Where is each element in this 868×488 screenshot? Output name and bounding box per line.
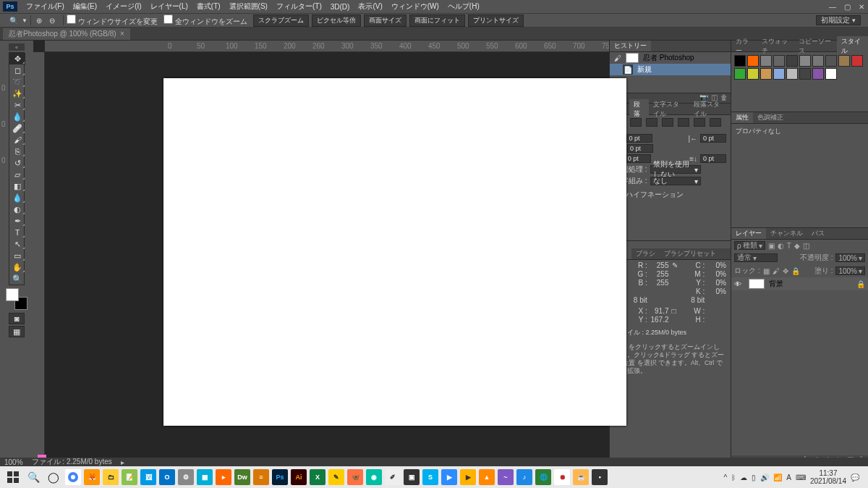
menu-window[interactable]: ウィンドウ(W)	[387, 1, 443, 12]
foreground-color[interactable]	[6, 288, 19, 301]
menu-edit[interactable]: 編集(E)	[69, 1, 101, 12]
record-icon[interactable]: ⏺	[554, 469, 570, 485]
tab-channels[interactable]: チャンネル	[766, 228, 807, 239]
style-swatch-8[interactable]	[838, 55, 850, 67]
zoom-out-icon[interactable]: ⊖	[47, 15, 57, 25]
resize-window-checkbox[interactable]: ウィンドウサイズを変更	[67, 14, 158, 27]
dreamweaver-icon[interactable]: Dw	[234, 469, 250, 485]
fit-screen-button[interactable]: 画面サイズ	[364, 14, 407, 27]
menu-3d[interactable]: 3D(D)	[326, 3, 354, 11]
music-icon[interactable]: ♪	[516, 469, 532, 485]
tab-brush[interactable]: ブラシ	[631, 248, 660, 259]
gradient-tool[interactable]: ◧	[9, 180, 25, 192]
tray-chevron-icon[interactable]: ^	[724, 474, 728, 481]
notification-icon[interactable]: 💬	[851, 474, 859, 481]
indent-left-input[interactable]: 0 pt	[626, 134, 652, 143]
status-file-info[interactable]: ファイル : 2.25M/0 bytes	[32, 457, 112, 467]
filter-smart-icon[interactable]: ◫	[803, 242, 809, 250]
crop-tool[interactable]: ✂	[9, 99, 25, 111]
document-tab[interactable]: 忍者Photoshop @ 100% (RGB/8) ×	[3, 28, 130, 40]
pen-tool[interactable]: ✒	[9, 215, 25, 227]
kinsoku-select[interactable]: 禁則を使用しない▾	[650, 165, 701, 174]
quick-mask-toggle[interactable]: ◙	[9, 313, 25, 324]
opacity-input[interactable]: 100%▾	[835, 253, 865, 262]
toolbox-handle[interactable]: «	[9, 43, 25, 51]
app-icon-3[interactable]: ✎	[328, 469, 344, 485]
tray-bluetooth-icon[interactable]: ᛒ	[731, 474, 736, 481]
excel-icon[interactable]: X	[310, 469, 326, 485]
app-icon-1[interactable]: ▦	[197, 469, 213, 485]
history-brush-source-icon[interactable]: 🖌	[613, 53, 623, 63]
space-after-input[interactable]: 0 pt	[700, 154, 726, 163]
zoom-icon[interactable]: ▶	[441, 469, 457, 485]
zoom-tool-icon[interactable]: 🔍	[9, 15, 19, 25]
status-menu-arrow[interactable]: ▸	[121, 458, 124, 466]
lasso-tool[interactable]: ➰	[9, 76, 25, 88]
lock-position-icon[interactable]: ✥	[783, 267, 788, 275]
notepad-icon[interactable]: 📝	[122, 469, 137, 485]
style-swatch-9[interactable]	[851, 55, 863, 67]
menu-file[interactable]: ファイル(F)	[22, 1, 69, 12]
start-button[interactable]	[3, 468, 23, 486]
zoom-all-windows-checkbox[interactable]: 全ウィンドウをズーム	[163, 14, 247, 27]
app-icon-2[interactable]: ▸	[216, 469, 231, 485]
filter-type-icon[interactable]: T	[787, 242, 791, 250]
menu-view[interactable]: 表示(V)	[354, 1, 386, 12]
tray-network-icon[interactable]: 📶	[773, 474, 782, 481]
lock-all-icon[interactable]: 🔒	[791, 267, 800, 275]
menu-image[interactable]: イメージ(I)	[101, 1, 145, 12]
search-icon[interactable]: 🔍	[23, 468, 43, 486]
move-tool[interactable]: ✥	[9, 53, 25, 64]
healing-brush-tool[interactable]: 🩹	[9, 122, 25, 134]
justify-right-icon[interactable]	[694, 118, 705, 127]
photos-icon[interactable]: 🖼	[140, 469, 156, 485]
style-swatch-11[interactable]	[747, 68, 759, 80]
style-swatch-6[interactable]	[812, 55, 824, 67]
app-icon-7[interactable]: ☕	[573, 469, 589, 485]
space-before-input[interactable]: 0 pt	[625, 154, 651, 163]
workspace-switcher[interactable]: 初期設定 ▾	[816, 15, 861, 25]
blend-mode-select[interactable]: 通常▾	[734, 253, 778, 262]
lock-pixels-icon[interactable]: 🖌	[773, 267, 780, 275]
actual-pixels-button[interactable]: ピクセル等倍	[312, 14, 361, 27]
obs-icon[interactable]: ▣	[404, 469, 420, 485]
tab-paths[interactable]: パス	[807, 228, 829, 239]
terminal-icon[interactable]: ▪	[592, 469, 608, 485]
task-view-icon[interactable]: ◯	[43, 468, 64, 486]
outlook-icon[interactable]: O	[159, 469, 175, 485]
tray-keyboard-icon[interactable]: ⌨	[796, 474, 806, 481]
hand-tool[interactable]: ✋	[9, 261, 25, 273]
minimize-button[interactable]: —	[826, 1, 839, 12]
close-button[interactable]: ✕	[855, 1, 868, 12]
style-swatch-12[interactable]	[760, 68, 772, 80]
tab-brush-presets[interactable]: ブラシプリセット	[660, 248, 720, 259]
tab-layers[interactable]: レイヤー	[731, 228, 766, 239]
eraser-tool[interactable]: ▱	[9, 169, 25, 180]
align-center-icon[interactable]	[630, 118, 642, 127]
zoom-in-icon[interactable]: ⊕	[34, 15, 44, 25]
style-swatch-5[interactable]	[799, 55, 811, 67]
skype-icon[interactable]: S	[422, 469, 438, 485]
history-brush-tool[interactable]: ↺	[9, 157, 25, 169]
media-player-icon[interactable]: ▶	[460, 469, 476, 485]
menu-help[interactable]: ヘルプ(H)	[443, 1, 484, 12]
sublime-icon[interactable]: ≡	[253, 469, 269, 485]
style-swatch-4[interactable]	[786, 55, 798, 67]
scrub-zoom-button[interactable]: スクラブズーム	[253, 14, 309, 27]
dodge-tool[interactable]: ◐	[9, 203, 25, 215]
tray-cloud-icon[interactable]: ☁	[740, 474, 747, 481]
color-swatches[interactable]	[6, 288, 27, 310]
brush-tool[interactable]: 🖌	[9, 134, 25, 146]
marquee-tool[interactable]: ◻	[9, 64, 25, 76]
fit-on-screen-button[interactable]: 画面にフィット	[409, 14, 465, 27]
globe-icon[interactable]: 🌐	[535, 469, 551, 485]
document-canvas[interactable]	[163, 78, 626, 426]
firefox-icon[interactable]: 🦊	[84, 469, 100, 485]
style-swatch-0[interactable]	[734, 55, 746, 67]
style-swatch-16[interactable]	[812, 68, 824, 80]
eyedropper-tool[interactable]: 💧	[9, 111, 25, 122]
filter-adjust-icon[interactable]: ◐	[778, 242, 784, 250]
history-document-row[interactable]: 🖌 忍者 Photoshop	[610, 52, 731, 64]
filter-shape-icon[interactable]: ◆	[794, 242, 800, 250]
butterfly-icon[interactable]: 🦋	[347, 469, 363, 485]
